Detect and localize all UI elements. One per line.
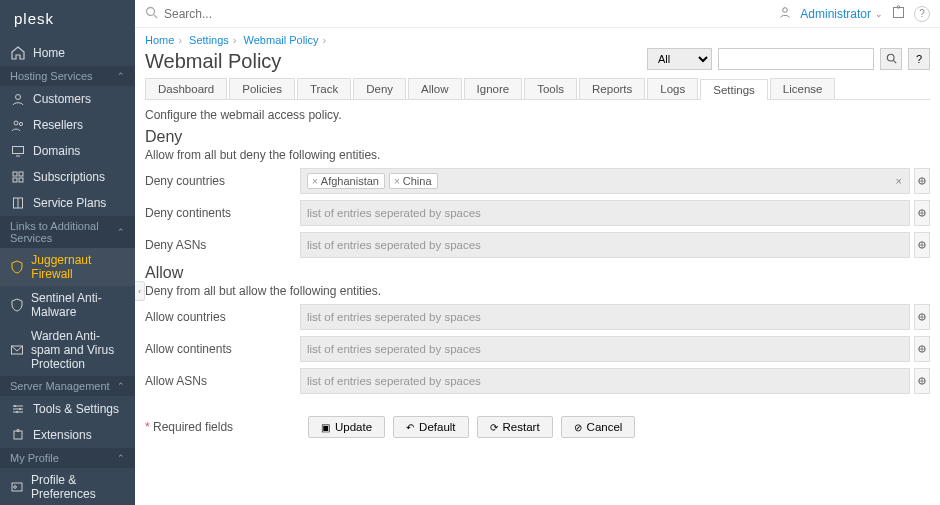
chip-remove-icon[interactable]: ×	[312, 176, 318, 187]
section-profile[interactable]: My Profile⌃	[0, 448, 135, 468]
filter-select[interactable]: All	[647, 48, 712, 70]
nav-profile-prefs[interactable]: Profile & Preferences	[0, 468, 135, 505]
svg-point-19	[147, 7, 155, 15]
home-icon	[10, 45, 26, 61]
section-server[interactable]: Server Management⌃	[0, 376, 135, 396]
save-icon: ▣	[321, 422, 330, 433]
placeholder-text: list of entries seperated by spaces	[307, 311, 481, 323]
nav-sentinel[interactable]: Sentinel Anti-Malware	[0, 286, 135, 324]
svg-point-13	[16, 411, 18, 413]
tab-dashboard[interactable]: Dashboard	[145, 78, 227, 99]
nav-home[interactable]: Home	[0, 40, 135, 66]
chevron-up-icon: ⌃	[117, 453, 125, 463]
deny-continents-input[interactable]: list of entries seperated by spaces	[300, 200, 910, 226]
users-icon	[10, 117, 26, 133]
field-label: Allow continents	[145, 342, 300, 356]
tab-tools[interactable]: Tools	[524, 78, 577, 99]
row-allow-continents: Allow continents list of entries seperat…	[145, 336, 930, 362]
help-icon[interactable]: ?	[914, 6, 930, 22]
nav-label: Service Plans	[33, 196, 106, 210]
svg-text:plesk: plesk	[14, 11, 54, 27]
section-hosting[interactable]: Hosting Services⌃	[0, 66, 135, 86]
section-links[interactable]: Links to Additional Services⌃	[0, 216, 135, 248]
row-deny-countries: Deny countries ×Afghanistan ×China ×	[145, 168, 930, 194]
chevron-right-icon: ›	[323, 34, 327, 46]
restart-button[interactable]: ⟳Restart	[477, 416, 553, 438]
deny-countries-input[interactable]: ×Afghanistan ×China	[300, 168, 910, 194]
svg-rect-6	[19, 172, 23, 176]
clear-icon[interactable]: ×	[896, 175, 902, 187]
section-label: My Profile	[10, 452, 59, 464]
crumb-home[interactable]: Home	[145, 34, 174, 46]
filter-input[interactable]	[718, 48, 874, 70]
tab-ignore[interactable]: Ignore	[464, 78, 523, 99]
field-label: Allow countries	[145, 310, 300, 324]
country-chip: ×Afghanistan	[307, 173, 385, 189]
tab-settings[interactable]: Settings	[700, 79, 768, 100]
search-icon	[145, 6, 158, 22]
nav-resellers[interactable]: Resellers	[0, 112, 135, 138]
crumb-webmail-policy[interactable]: Webmail Policy	[244, 34, 319, 46]
placeholder-text: list of entries seperated by spaces	[307, 343, 481, 355]
crumb-settings[interactable]: Settings	[189, 34, 229, 46]
global-search-input[interactable]	[164, 7, 314, 21]
nav-customers[interactable]: Customers	[0, 86, 135, 112]
nav-tools-settings[interactable]: Tools & Settings	[0, 396, 135, 422]
nav-label: Customers	[33, 92, 91, 106]
field-label: Deny ASNs	[145, 238, 300, 252]
nav-domains[interactable]: Domains	[0, 138, 135, 164]
plesk-logo-icon: plesk	[14, 11, 74, 29]
update-button[interactable]: ▣Update	[308, 416, 385, 438]
nav-extensions[interactable]: Extensions	[0, 422, 135, 448]
intro-text: Configure the webmail access policy.	[145, 108, 930, 122]
nav-warden[interactable]: Warden Anti-spam and Virus Protection	[0, 324, 135, 376]
id-icon	[10, 479, 24, 495]
field-picker-button[interactable]	[914, 368, 930, 394]
filter-search-button[interactable]	[880, 48, 902, 70]
tab-policies[interactable]: Policies	[229, 78, 295, 99]
tab-deny[interactable]: Deny	[353, 78, 406, 99]
monitor-icon	[10, 143, 26, 159]
tab-license[interactable]: License	[770, 78, 836, 99]
extensions-icon[interactable]	[891, 5, 906, 23]
svg-rect-4	[13, 147, 24, 154]
allow-countries-input[interactable]: list of entries seperated by spaces	[300, 304, 910, 330]
field-picker-button[interactable]	[914, 304, 930, 330]
placeholder-text: list of entries seperated by spaces	[307, 239, 481, 251]
country-chip: ×China	[389, 173, 438, 189]
nav-label: Subscriptions	[33, 170, 105, 184]
nav-label: Sentinel Anti-Malware	[31, 291, 125, 319]
puzzle-icon	[10, 427, 26, 443]
field-picker-button[interactable]	[914, 200, 930, 226]
tab-reports[interactable]: Reports	[579, 78, 645, 99]
chevron-down-icon: ⌄	[875, 9, 883, 19]
btn-label: Update	[335, 421, 372, 433]
allow-continents-input[interactable]: list of entries seperated by spaces	[300, 336, 910, 362]
default-button[interactable]: ↶Default	[393, 416, 468, 438]
cancel-button[interactable]: ⊘Cancel	[561, 416, 636, 438]
action-bar: * Required fields ▣Update ↶Default ⟳Rest…	[145, 416, 930, 438]
tab-allow[interactable]: Allow	[408, 78, 461, 99]
row-allow-asns: Allow ASNs list of entries seperated by …	[145, 368, 930, 394]
svg-point-3	[19, 122, 22, 125]
deny-asns-input[interactable]: list of entries seperated by spaces	[300, 232, 910, 258]
field-picker-button[interactable]	[914, 232, 930, 258]
user-menu[interactable]: Administrator⌄	[800, 7, 883, 21]
tab-track[interactable]: Track	[297, 78, 351, 99]
chip-remove-icon[interactable]: ×	[394, 176, 400, 187]
cancel-icon: ⊘	[574, 422, 582, 433]
filter-help-button[interactable]: ?	[908, 48, 930, 70]
nav-service-plans[interactable]: Service Plans	[0, 190, 135, 216]
nav-subscriptions[interactable]: Subscriptions	[0, 164, 135, 190]
field-picker-button[interactable]	[914, 168, 930, 194]
chevron-right-icon: ›	[233, 34, 237, 46]
btn-label: Restart	[503, 421, 540, 433]
tab-logs[interactable]: Logs	[647, 78, 698, 99]
section-label: Server Management	[10, 380, 110, 392]
chevron-left-icon: ‹	[138, 287, 141, 296]
allow-asns-input[interactable]: list of entries seperated by spaces	[300, 368, 910, 394]
chevron-right-icon: ›	[178, 34, 182, 46]
field-picker-button[interactable]	[914, 336, 930, 362]
sidebar-collapse[interactable]: ‹	[135, 281, 145, 301]
nav-juggernaut[interactable]: Juggernaut Firewall	[0, 248, 135, 286]
